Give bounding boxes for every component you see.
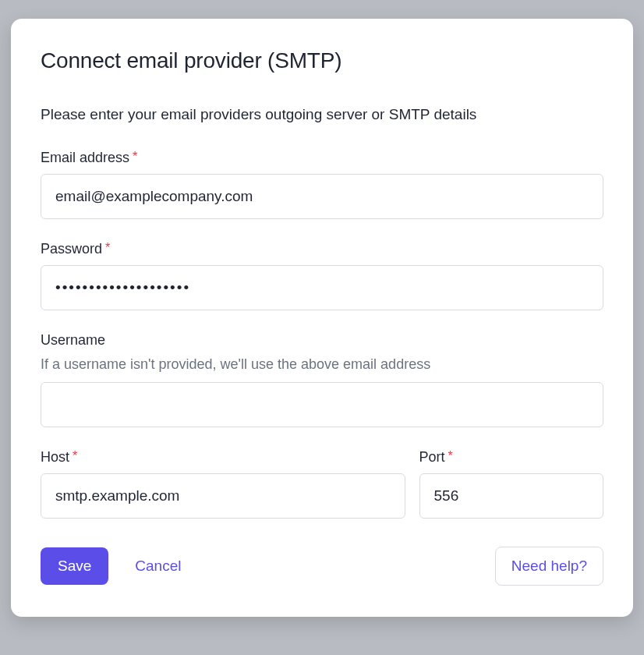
host-port-row: Host* Port* — [41, 449, 603, 519]
host-field[interactable] — [41, 473, 405, 519]
need-help-button[interactable]: Need help? — [495, 547, 603, 586]
port-group: Port* — [419, 449, 603, 519]
required-indicator: * — [133, 150, 137, 163]
port-field[interactable] — [419, 473, 603, 519]
required-indicator: * — [448, 449, 453, 462]
username-label: Username — [41, 332, 603, 349]
username-group: Username If a username isn't provided, w… — [41, 332, 603, 427]
password-group: Password* — [41, 241, 603, 310]
actions-row: Save Cancel Need help? — [41, 547, 603, 586]
smtp-modal: Connect email provider (SMTP) Please ent… — [11, 19, 633, 617]
email-field[interactable] — [41, 174, 603, 219]
email-label-text: Email address — [41, 150, 129, 165]
required-indicator: * — [73, 449, 77, 462]
actions-left: Save Cancel — [41, 547, 181, 585]
required-indicator: * — [105, 241, 110, 254]
password-label: Password* — [41, 241, 603, 257]
username-field[interactable] — [41, 382, 603, 427]
port-label-text: Port — [419, 449, 445, 465]
host-label-text: Host — [41, 449, 69, 465]
host-label: Host* — [41, 449, 405, 466]
password-label-text: Password — [41, 241, 102, 257]
cancel-button[interactable]: Cancel — [135, 558, 181, 575]
email-label: Email address* — [41, 150, 603, 166]
email-group: Email address* — [41, 150, 603, 219]
password-field[interactable] — [41, 265, 603, 310]
save-button[interactable]: Save — [41, 547, 108, 585]
username-hint: If a username isn't provided, we'll use … — [41, 356, 603, 373]
port-label: Port* — [419, 449, 603, 466]
modal-title: Connect email provider (SMTP) — [41, 48, 603, 73]
host-group: Host* — [41, 449, 405, 519]
modal-subtitle: Please enter your email providers outgoi… — [41, 106, 603, 123]
